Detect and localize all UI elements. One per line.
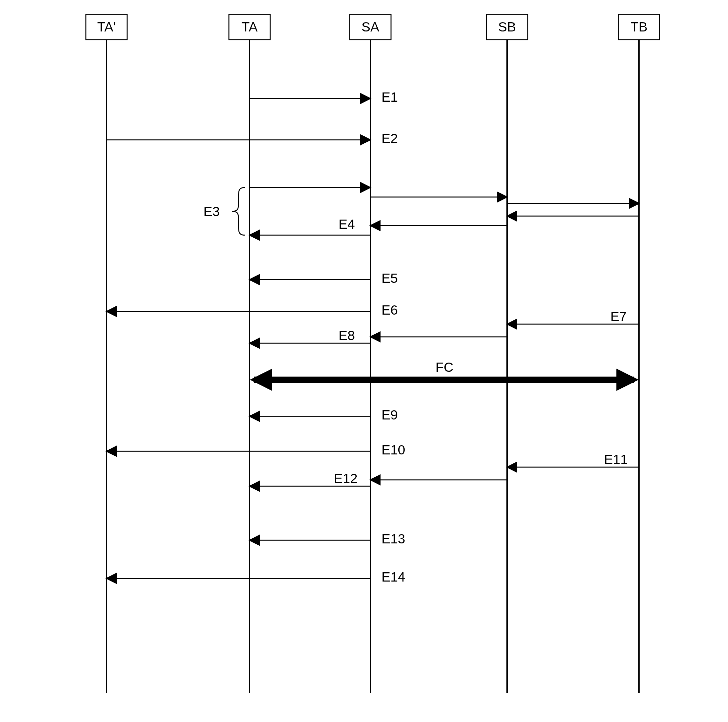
arrow-fc: FC	[254, 360, 634, 380]
group-e3: E3 E4	[203, 188, 639, 235]
arrow-e7: E7	[507, 309, 639, 324]
lifeline-ta: TA	[229, 14, 270, 693]
lifeline-sb: SB	[486, 14, 528, 693]
label-e11: E11	[604, 452, 628, 467]
arrow-e14: E14	[107, 569, 405, 585]
arrow-e2: E2	[107, 131, 398, 146]
label-e12: E12	[334, 471, 358, 486]
sequence-diagram: TA' TA SA SB TB E1 E2	[0, 0, 728, 722]
label-e10: E10	[381, 442, 405, 457]
label-e4: E4	[339, 217, 355, 232]
arrow-e9: E9	[249, 408, 398, 422]
label-e14: E14	[381, 569, 405, 585]
label-fc: FC	[436, 360, 453, 375]
lifeline-label-sa: SA	[361, 19, 379, 34]
lifeline-label-ta: TA	[242, 19, 258, 34]
lifeline-label-sb: SB	[498, 19, 516, 34]
label-e1: E1	[381, 90, 398, 105]
label-e2: E2	[381, 131, 398, 146]
label-e5: E5	[381, 271, 398, 286]
label-e7: E7	[610, 309, 627, 324]
lifeline-ta-prime: TA'	[86, 14, 127, 693]
arrow-e8: E8	[249, 328, 507, 343]
arrow-e11: E11	[507, 452, 639, 467]
arrow-e1: E1	[249, 90, 398, 105]
label-e8: E8	[339, 328, 355, 343]
arrow-e12: E12	[249, 471, 507, 486]
lifeline-tb: TB	[618, 14, 660, 693]
arrow-e5: E5	[249, 271, 398, 286]
lifeline-label-tb: TB	[630, 19, 648, 34]
label-e6: E6	[381, 302, 398, 317]
label-e13: E13	[381, 531, 405, 546]
label-e9: E9	[381, 408, 398, 422]
lifeline-label-ta-prime: TA'	[97, 19, 116, 34]
arrow-e13: E13	[249, 531, 405, 546]
arrow-e10: E10	[107, 442, 405, 457]
lifeline-sa: SA	[350, 14, 391, 693]
label-e3: E3	[203, 204, 220, 219]
arrow-e6: E6	[107, 302, 398, 317]
